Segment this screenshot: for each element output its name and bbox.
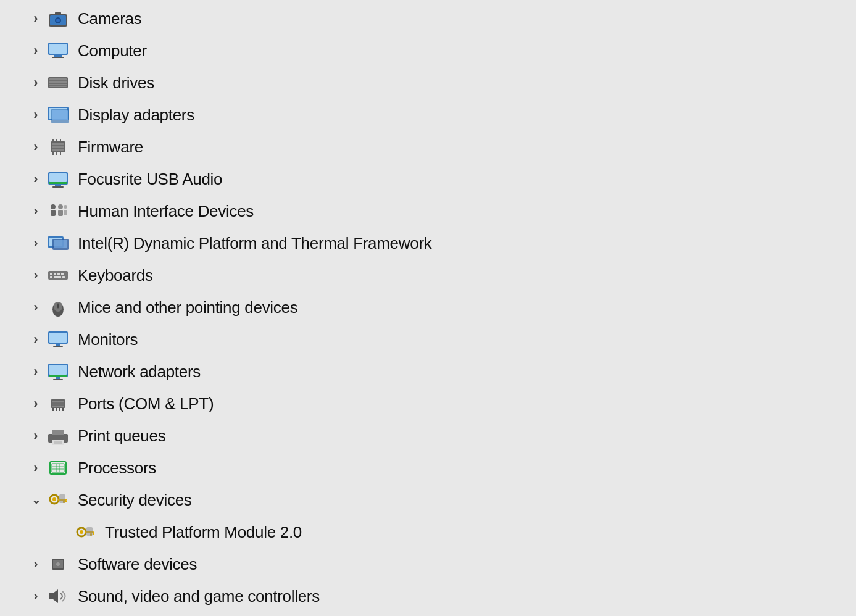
svg-rect-32 bbox=[52, 186, 64, 188]
svg-rect-78 bbox=[52, 464, 64, 472]
svg-rect-47 bbox=[61, 273, 64, 275]
icon-processors bbox=[47, 457, 69, 479]
tree-item-computer[interactable]: Computer bbox=[25, 35, 856, 67]
chevron-sound bbox=[27, 588, 44, 605]
label-disk-drives: Disk drives bbox=[78, 73, 154, 93]
tree-item-print[interactable]: Print queues bbox=[25, 420, 856, 452]
icon-cameras bbox=[47, 7, 69, 30]
chevron-keyboards bbox=[27, 267, 44, 284]
tree-item-trusted-platform[interactable]: Trusted Platform Module 2.0 bbox=[25, 516, 856, 548]
svg-rect-63 bbox=[53, 379, 63, 380]
tree-item-focusrite[interactable]: Focusrite USB Audio bbox=[25, 163, 856, 195]
svg-rect-29 bbox=[49, 173, 67, 182]
tree-item-network[interactable]: Network adapters bbox=[25, 356, 856, 388]
chevron-monitors bbox=[27, 331, 44, 348]
label-monitors: Monitors bbox=[78, 330, 138, 349]
svg-rect-6 bbox=[49, 44, 67, 54]
icon-computer bbox=[47, 40, 69, 62]
tree-item-processors[interactable]: Processors bbox=[25, 452, 856, 484]
svg-point-3 bbox=[56, 19, 60, 22]
svg-rect-17 bbox=[52, 110, 68, 120]
svg-point-84 bbox=[52, 497, 56, 501]
svg-rect-73 bbox=[52, 430, 64, 435]
chevron-software bbox=[27, 556, 44, 573]
label-sound: Sound, video and game controllers bbox=[78, 587, 320, 606]
svg-rect-74 bbox=[52, 440, 64, 445]
tree-item-sound[interactable]: Sound, video and game controllers bbox=[25, 580, 856, 612]
svg-rect-66 bbox=[52, 408, 54, 411]
chevron-display-adapters bbox=[27, 106, 44, 123]
tree-item-storage[interactable]: Storage controllers bbox=[25, 612, 856, 616]
tree-item-software[interactable]: Software devices bbox=[25, 548, 856, 580]
svg-rect-58 bbox=[53, 346, 63, 347]
icon-mice bbox=[47, 296, 69, 318]
svg-point-90 bbox=[80, 530, 83, 534]
icon-display-adapters bbox=[47, 104, 69, 126]
svg-rect-8 bbox=[52, 57, 64, 58]
tree-item-monitors[interactable]: Monitors bbox=[25, 323, 856, 356]
label-processors: Processors bbox=[78, 459, 156, 478]
tree-item-cameras[interactable]: Cameras bbox=[25, 2, 856, 35]
tree-item-display-adapters[interactable]: Display adapters bbox=[25, 99, 856, 131]
svg-rect-36 bbox=[58, 210, 63, 216]
chevron-security bbox=[27, 491, 44, 509]
svg-rect-57 bbox=[56, 344, 60, 346]
svg-rect-48 bbox=[50, 276, 52, 278]
svg-rect-31 bbox=[55, 185, 61, 186]
svg-rect-68 bbox=[59, 408, 60, 411]
tree-item-hid[interactable]: Human Interface Devices bbox=[25, 195, 856, 227]
label-keyboards: Keyboards bbox=[78, 266, 153, 285]
svg-rect-7 bbox=[54, 55, 62, 57]
svg-rect-44 bbox=[50, 273, 52, 275]
chevron-print bbox=[27, 427, 44, 444]
label-display-adapters: Display adapters bbox=[78, 106, 194, 125]
chevron-mice bbox=[27, 299, 44, 316]
label-mice: Mice and other pointing devices bbox=[78, 298, 297, 317]
icon-network bbox=[47, 360, 69, 383]
svg-rect-69 bbox=[62, 408, 64, 411]
svg-rect-88 bbox=[59, 494, 65, 503]
svg-rect-93 bbox=[93, 533, 94, 535]
svg-marker-98 bbox=[49, 589, 58, 603]
svg-point-37 bbox=[64, 205, 67, 209]
svg-rect-56 bbox=[49, 333, 67, 343]
svg-rect-67 bbox=[56, 408, 57, 411]
tree-item-intel-framework[interactable]: Intel(R) Dynamic Platform and Thermal Fr… bbox=[25, 227, 856, 259]
svg-point-33 bbox=[51, 204, 56, 209]
chevron-cameras bbox=[27, 10, 44, 27]
icon-trusted-platform bbox=[74, 521, 96, 543]
tree-item-mice[interactable]: Mice and other pointing devices bbox=[25, 291, 856, 323]
svg-rect-49 bbox=[54, 276, 61, 278]
icon-firmware bbox=[47, 136, 69, 158]
device-manager-list: Cameras Computer Disk dr bbox=[0, 0, 856, 616]
tree-item-security[interactable]: Security devices bbox=[25, 484, 856, 516]
chevron-computer bbox=[27, 42, 44, 59]
icon-sound bbox=[47, 585, 69, 607]
label-ports: Ports (COM & LPT) bbox=[78, 394, 214, 414]
label-network: Network adapters bbox=[78, 362, 201, 381]
svg-rect-4 bbox=[55, 12, 61, 15]
icon-hid bbox=[47, 200, 69, 222]
svg-point-35 bbox=[58, 204, 63, 209]
svg-rect-43 bbox=[48, 271, 68, 280]
label-intel-framework: Intel(R) Dynamic Platform and Thermal Fr… bbox=[78, 234, 431, 253]
svg-point-97 bbox=[56, 562, 60, 566]
chevron-ports bbox=[27, 395, 44, 412]
tree-item-disk-drives[interactable]: Disk drives bbox=[25, 67, 856, 99]
svg-rect-94 bbox=[86, 527, 93, 536]
icon-disk-drives bbox=[47, 72, 69, 94]
label-focusrite: Focusrite USB Audio bbox=[78, 170, 222, 189]
label-security: Security devices bbox=[78, 491, 192, 510]
chevron-intel-framework bbox=[27, 235, 44, 252]
chevron-focusrite bbox=[27, 170, 44, 188]
tree-item-ports[interactable]: Ports (COM & LPT) bbox=[25, 388, 856, 420]
icon-print bbox=[47, 425, 69, 447]
chevron-hid bbox=[27, 202, 44, 220]
chevron-network bbox=[27, 363, 44, 380]
svg-rect-45 bbox=[54, 273, 56, 275]
icon-intel-framework bbox=[47, 232, 69, 254]
tree-item-keyboards[interactable]: Keyboards bbox=[25, 259, 856, 291]
tree-item-firmware[interactable]: Firmware bbox=[25, 131, 856, 163]
icon-software bbox=[47, 553, 69, 575]
label-trusted-platform: Trusted Platform Module 2.0 bbox=[105, 523, 302, 542]
